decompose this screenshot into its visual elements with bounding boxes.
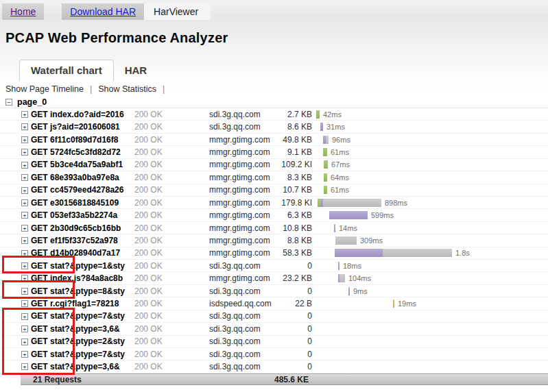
expand-icon[interactable]: + xyxy=(21,111,28,118)
response-size: 22 B xyxy=(272,297,312,309)
request-domain: mmgr.gtimg.com xyxy=(209,171,274,183)
page-group-row: − page_0 xyxy=(0,96,548,108)
response-status: 200 OK xyxy=(134,171,182,183)
timing-bar-gray xyxy=(326,136,329,144)
waterfall-timeline: 14ms xyxy=(315,222,547,234)
request-domain: mmgr.gtimg.com xyxy=(209,234,274,246)
response-size: 0 xyxy=(272,348,312,360)
table-row: +GET 5724fc5c3fd82d72200 OKmmgr.gtimg.co… xyxy=(0,146,548,158)
expand-icon[interactable]: + xyxy=(21,174,28,181)
table-row: +GET index.do?aid=2016200 OKsdi.3g.qq.co… xyxy=(0,108,548,121)
waterfall-timeline: 96ms xyxy=(315,134,547,145)
timing-label: 599ms xyxy=(371,211,394,219)
request-domain: mmgr.gtimg.com xyxy=(209,222,274,234)
waterfall-timeline: 9ms xyxy=(315,285,547,297)
expand-icon[interactable]: + xyxy=(21,225,28,232)
waterfall-timeline xyxy=(315,336,547,347)
request-url[interactable]: GET js?aid=201606081 xyxy=(31,121,133,132)
request-domain: sdi.3g.qq.com xyxy=(209,121,274,132)
table-row: +GET stat?&ptype=8&sty200 OKsdi.3g.qq.co… xyxy=(0,285,548,297)
expand-icon[interactable]: + xyxy=(21,212,28,219)
expand-icon[interactable]: + xyxy=(21,237,28,244)
response-status: 200 OK xyxy=(134,260,182,271)
timing-bar-purple xyxy=(334,224,335,232)
request-url[interactable]: GET 5724fc5c3fd82d72 xyxy=(31,146,133,158)
request-domain: mmgr.gtimg.com xyxy=(209,134,274,145)
response-size: 0 xyxy=(272,323,312,334)
timing-label: 104ms xyxy=(348,274,371,282)
timing-label: 309ms xyxy=(360,236,383,245)
page-group-label[interactable]: page_0 xyxy=(17,97,47,107)
request-url[interactable]: GET 5b3ce4da75a9abf1 xyxy=(31,159,133,171)
request-url[interactable]: GET 053ef33a5b2274a xyxy=(31,209,133,221)
response-status: 200 OK xyxy=(134,310,182,322)
response-status: 200 OK xyxy=(134,209,182,221)
timing-label: 19ms xyxy=(398,299,416,308)
response-status: 200 OK xyxy=(134,159,182,171)
timing-bar-purple xyxy=(348,287,350,295)
waterfall-timeline: 309ms xyxy=(315,234,547,246)
timing-label: 14ms xyxy=(339,224,357,232)
table-row: +GET index.js?84a8ac8b200 OKmmgr.gtimg.c… xyxy=(0,272,548,284)
response-status: 200 OK xyxy=(134,297,182,309)
waterfall-timeline: 64ms xyxy=(315,171,547,183)
request-url[interactable]: GET index.do?aid=2016 xyxy=(31,108,133,120)
request-url[interactable]: GET ef1f5f337c52a978 xyxy=(31,234,133,246)
response-size: 179.8 KI xyxy=(272,197,312,208)
expand-icon[interactable]: + xyxy=(21,136,28,143)
request-domain: mmgr.gtimg.com xyxy=(209,272,274,284)
timing-bar-gray xyxy=(323,199,381,207)
show-statistics-link[interactable]: Show Statistics xyxy=(98,84,156,94)
tab-waterfall-chart[interactable]: Waterfall chart xyxy=(19,60,114,81)
request-url[interactable]: GET 6f11c0f89d7d16f8 xyxy=(31,134,133,145)
collapse-icon[interactable]: − xyxy=(5,99,12,106)
response-status: 200 OK xyxy=(134,146,182,158)
current-page-tab: HarViewer xyxy=(144,3,211,20)
expand-icon[interactable]: + xyxy=(21,187,28,194)
home-link[interactable]: Home xyxy=(2,3,44,20)
timing-bar-gray xyxy=(339,274,345,282)
request-url[interactable]: GET 68e393a0ba97e8a xyxy=(31,171,133,183)
toolbar-separator: | xyxy=(163,84,165,94)
waterfall-timeline: 61ms xyxy=(315,184,547,196)
timing-bar-purple xyxy=(338,262,339,270)
table-row: +GET stat?&ptype=2&sty200 OKsdi.3g.qq.co… xyxy=(0,336,548,348)
response-size: 23.2 KB xyxy=(272,272,312,284)
request-url[interactable]: GET cc4579eed4278a26 xyxy=(31,184,133,196)
table-row: +GET stat?&ptype=3,6&200 OKsdi.3g.qq.com… xyxy=(0,360,548,373)
table-row: +GET r.cgi?flag1=78218200 OKisdspeed.qq.… xyxy=(0,297,548,310)
timing-bar-yellow xyxy=(393,299,394,308)
response-size: 8.3 KB xyxy=(272,171,312,183)
expand-icon[interactable]: + xyxy=(21,149,28,156)
expand-icon[interactable]: + xyxy=(21,300,28,307)
download-har-link[interactable]: Download HAR xyxy=(62,3,144,20)
tab-har[interactable]: HAR xyxy=(114,60,158,81)
annotation-box-1 xyxy=(2,256,75,273)
waterfall-timeline xyxy=(315,348,547,360)
timing-label: 67ms xyxy=(331,160,350,169)
annotation-box-2 xyxy=(2,280,75,299)
waterfall-timeline: 31ms xyxy=(315,121,547,132)
expand-icon[interactable]: + xyxy=(21,123,28,130)
table-row: +GET stat?&ptype=7&sty200 OKsdi.3g.qq.co… xyxy=(0,310,548,323)
table-row: +GET 6f11c0f89d7d16f8200 OKmmgr.gtimg.co… xyxy=(0,134,548,146)
timing-label: 61ms xyxy=(331,148,349,156)
request-url[interactable]: GET 2b30d9c65cb16bb xyxy=(31,222,133,234)
response-size: 109.2 KI xyxy=(272,159,312,171)
timing-label: 96ms xyxy=(332,136,350,144)
request-domain: mmgr.gtimg.com xyxy=(209,247,274,259)
toolbar: Show Page Timeline | Show Statistics | xyxy=(5,84,165,94)
expand-icon[interactable]: + xyxy=(21,162,28,169)
timing-label: 898ms xyxy=(385,199,407,207)
request-url[interactable]: GET e30156818845109 xyxy=(31,197,133,208)
show-page-timeline-link[interactable]: Show Page Timeline xyxy=(5,84,84,94)
request-domain: mmgr.gtimg.com xyxy=(209,184,274,196)
timing-bar-purple xyxy=(320,123,323,131)
request-domain: mmgr.gtimg.com xyxy=(209,159,274,171)
response-size: 10.7 KB xyxy=(272,184,312,196)
waterfall-timeline: 67ms xyxy=(315,159,547,171)
expand-icon[interactable]: + xyxy=(21,199,28,206)
response-size: 10.8 KB xyxy=(272,222,312,234)
timing-bar-green xyxy=(316,110,320,119)
response-status: 200 OK xyxy=(134,184,182,196)
